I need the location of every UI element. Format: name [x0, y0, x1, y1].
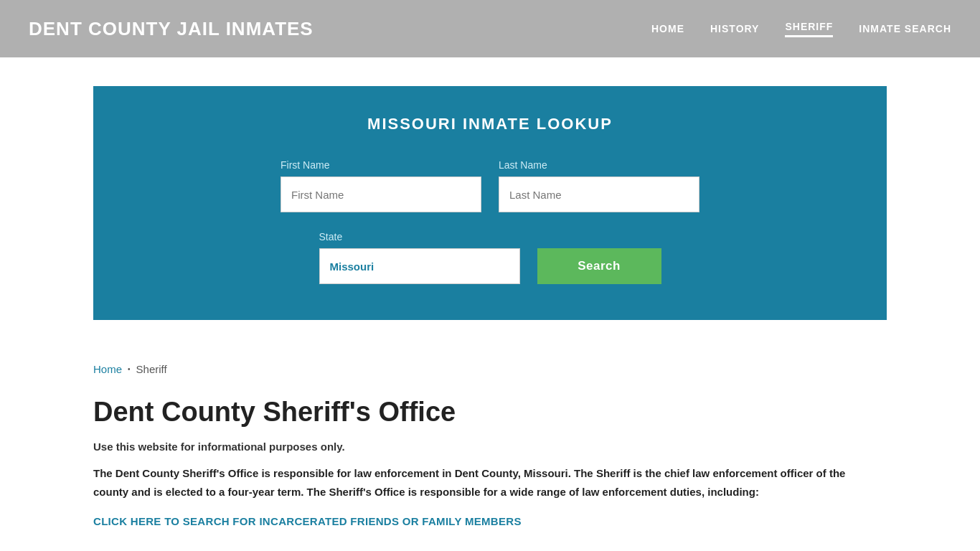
last-name-group: Last Name: [499, 159, 699, 212]
nav-home[interactable]: HOME: [651, 23, 684, 34]
main-nav: HOME HISTORY SHERIFF INMATE SEARCH: [651, 21, 951, 37]
first-name-input[interactable]: [281, 176, 481, 212]
site-title: DENT COUNTY JAIL INMATES: [29, 18, 314, 40]
search-section: MISSOURI INMATE LOOKUP First Name Last N…: [93, 86, 887, 320]
breadcrumb-current: Sheriff: [136, 363, 167, 375]
last-name-label: Last Name: [499, 159, 699, 171]
breadcrumb-home[interactable]: Home: [93, 363, 122, 375]
search-title: MISSOURI INMATE LOOKUP: [187, 115, 793, 133]
search-form: First Name Last Name State Search: [187, 159, 793, 284]
first-name-group: First Name: [281, 159, 481, 212]
state-label: State: [319, 231, 520, 242]
site-header: DENT COUNTY JAIL INMATES HOME HISTORY SH…: [0, 0, 980, 57]
content-description: The Dent County Sheriff's Office is resp…: [93, 464, 868, 501]
state-input[interactable]: [319, 248, 520, 284]
last-name-input[interactable]: [499, 176, 699, 212]
page-heading: Dent County Sheriff's Office: [93, 397, 887, 428]
first-name-label: First Name: [281, 159, 481, 171]
main-content: Dent County Sheriff's Office Use this we…: [0, 382, 980, 551]
breadcrumb-separator: •: [128, 365, 131, 373]
nav-history[interactable]: HISTORY: [710, 23, 759, 34]
state-group: State: [319, 231, 520, 284]
content-subtitle: Use this website for informational purpo…: [93, 441, 887, 453]
nav-inmate-search[interactable]: INMATE SEARCH: [859, 23, 951, 34]
breadcrumb: Home • Sheriff: [0, 349, 980, 382]
cta-link[interactable]: CLICK HERE to Search for Incarcerated Fr…: [93, 515, 522, 527]
search-button-wrap: Search: [537, 248, 661, 284]
nav-sheriff[interactable]: SHERIFF: [785, 21, 833, 37]
search-button[interactable]: Search: [537, 248, 661, 284]
